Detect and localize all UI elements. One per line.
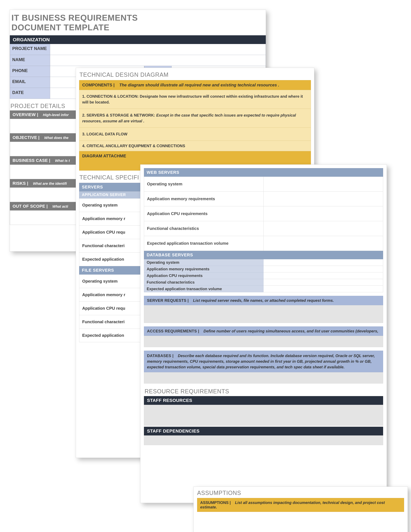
access-req-it: Define number of users requiring simulta… — [204, 329, 378, 333]
title-line-1: IT BUSINESS REQUIREMENTS — [11, 13, 266, 23]
band-oos-hd: OUT OF SCOPE | — [13, 204, 48, 209]
db-row-mem-value[interactable] — [263, 266, 383, 272]
components-hd: COMPONENTS | — [82, 83, 115, 87]
band-overview-hd: OVERVIEW | — [13, 112, 38, 117]
web-row-os: Operating system — [144, 177, 263, 191]
label-project-name: PROJECT NAME — [10, 44, 50, 55]
staff-dependencies-box[interactable] — [144, 436, 383, 445]
component-connection: 1. CONNECTION & LOCATION: Designate how … — [79, 90, 311, 109]
organization-header: ORGANIZATION — [10, 35, 266, 44]
db-row-os-value[interactable] — [263, 259, 383, 266]
db-row-func-value[interactable] — [263, 279, 383, 286]
web-row-cpu-value[interactable] — [263, 206, 383, 221]
web-row-func: Functional characteristics — [144, 221, 263, 236]
db-row-cpu: Application CPU requirements — [144, 272, 263, 279]
assumptions-title: ASSUMPTIONS — [194, 487, 408, 498]
access-requirements-box[interactable] — [144, 336, 383, 347]
web-row-func-value[interactable] — [263, 221, 383, 236]
db-row-mem: Application memory requirements — [144, 266, 263, 272]
band-risks-hd: RISKS | — [13, 181, 28, 186]
staff-resources-box[interactable] — [144, 405, 383, 426]
db-servers-header: DATABASE SERVERS — [144, 251, 383, 259]
databases-hd: DATABASES | — [147, 353, 174, 358]
components-it: The diagram should illustrate all requir… — [119, 83, 279, 87]
databases-band: DATABASES | Describe each database requi… — [144, 351, 383, 372]
web-row-trans-value[interactable] — [263, 236, 383, 251]
component-critical-ancillary: 4. CRITICAL ANCILLARY EQUIPMENT & CONNEC… — [79, 141, 311, 151]
component-servers-storage: 2. SERVERS & STORAGE & NETWORK: Except i… — [79, 109, 311, 128]
web-servers-header: WEB SERVERS — [144, 168, 383, 177]
db-row-os: Operating system — [144, 259, 263, 266]
label-phone: PHONE — [10, 66, 50, 77]
title-line-2: DOCUMENT TEMPLATE — [11, 23, 266, 32]
component-logical-data-flow: 3. LOGICAL DATA FLOW — [79, 128, 311, 141]
label-email: EMAIL — [10, 77, 50, 88]
ldf: 3. LOGICAL DATA FLOW — [82, 132, 127, 136]
db-row-func: Functional characteristics — [144, 279, 263, 286]
label-date: DATE — [10, 88, 50, 99]
band-overview-it: High-level infor — [43, 113, 69, 117]
databases-box[interactable] — [144, 372, 383, 383]
staff-dependencies-header: STAFF DEPENDENCIES — [144, 427, 383, 436]
staff-resources-header: STAFF RESOURCES — [144, 396, 383, 405]
web-row-mem: Application memory requirements — [144, 191, 263, 206]
server-requests-box[interactable] — [144, 305, 383, 323]
components-header: COMPONENTS | The diagram should illustra… — [79, 80, 311, 90]
server-requests-it: List required server needs, file names, … — [193, 298, 334, 303]
band-objective-it: What does the — [44, 136, 68, 140]
document-title: IT BUSINESS REQUIREMENTS DOCUMENT TEMPLA… — [10, 10, 266, 35]
band-bcase-hd: BUSINESS CASE | — [13, 158, 50, 163]
band-oos-it: What acti — [52, 204, 68, 209]
db-row-trans-value[interactable] — [263, 286, 383, 292]
db-row-cpu-value[interactable] — [263, 272, 383, 279]
conn-b: 1. CONNECTION & LOCATION: — [82, 94, 139, 98]
field-project-name[interactable] — [50, 44, 266, 55]
resource-requirements-title: RESOURCE REQUIREMENTS — [144, 383, 383, 396]
cae: 4. CRITICAL ANCILLARY EQUIPMENT & CONNEC… — [82, 144, 185, 148]
web-row-trans: Expected application transaction volume — [144, 236, 263, 251]
band-objective-hd: OBJECTIVE | — [13, 135, 39, 140]
server-requests-hd: SERVER REQUESTS | — [147, 298, 189, 303]
web-row-mem-value[interactable] — [263, 191, 383, 206]
assumptions-hd: ASSUMPTIONS | — [200, 500, 231, 505]
band-risks-it: What are the identifi — [33, 181, 67, 186]
ssn-b: 2. SERVERS & STORAGE & NETWORK: — [82, 113, 155, 117]
page-3-web-db-resources: WEB SERVERS Operating system Application… — [140, 164, 387, 503]
web-row-os-value[interactable] — [263, 177, 383, 191]
access-req-hd: ACCESS REQUIREMENTS | — [147, 329, 199, 333]
assumptions-bar: ASSUMPTIONS | List all assumptions impac… — [197, 498, 404, 512]
databases-it: Describe each database required and its … — [147, 353, 375, 369]
field-name[interactable] — [50, 55, 266, 66]
label-name: NAME — [10, 55, 50, 66]
page-4-assumptions: ASSUMPTIONS ASSUMPTIONS | List all assum… — [193, 486, 408, 532]
web-row-cpu: Application CPU requirements — [144, 206, 263, 221]
access-requirements-band: ACCESS REQUIREMENTS | Define number of u… — [144, 326, 383, 336]
server-requests-band: SERVER REQUESTS | List required server n… — [144, 296, 383, 305]
db-row-trans: Expected application transaction volume — [144, 286, 263, 292]
band-bcase-it: What is t — [55, 159, 70, 163]
tech-design-diagram-title: TECHNICAL DESIGN DIAGRAM — [76, 68, 314, 80]
